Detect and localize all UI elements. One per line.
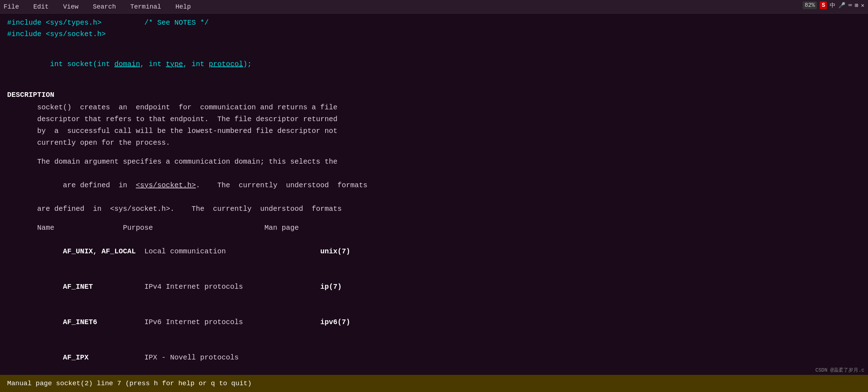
menu-search[interactable]: Search: [93, 3, 116, 10]
top-right-controls: 82% S 中 🎤 ⌨ ⊞ ✕: [803, 1, 864, 9]
description-header: DESCRIPTION: [7, 89, 861, 101]
protocol-param: protocol: [209, 60, 243, 68]
func-sig-text: int socket(int: [33, 60, 114, 68]
table-row-af-unix: AF_UNIX, AF_LOCAL Local communication un…: [7, 234, 861, 269]
func-sig-mid: , int: [140, 60, 166, 68]
table-row-af-inet6: AF_INET6 IPv6 Internet protocols ipv6(7): [7, 304, 861, 340]
cn-label: 中: [830, 2, 835, 9]
af-inet6-name: AF_INET6: [33, 318, 136, 326]
grid-icon[interactable]: ⊞: [855, 2, 858, 9]
af-inet-man: ip(7): [320, 283, 342, 291]
desc-line-4: currently open for the process.: [7, 137, 861, 149]
menu-view[interactable]: View: [63, 3, 78, 10]
domain-param: domain: [114, 60, 140, 68]
af-inet6-purpose: IPv6 Internet protocols: [136, 318, 320, 326]
status-bar: Manual page socket(2) line 7 (press h fo…: [0, 375, 868, 392]
terminal-window: File Edit View Search Terminal Help 82% …: [0, 0, 868, 392]
desc-line-7-pre: are defined in: [33, 181, 136, 189]
af-ipx-name: AF_IPX: [33, 353, 136, 362]
desc-line-8: are defined in <sys/socket.h>. The curre…: [7, 203, 861, 215]
af-unix-name: AF_UNIX, AF_LOCAL: [33, 247, 136, 255]
menu-bar: File Edit View Search Terminal Help 82% …: [0, 0, 868, 14]
table-header-row: Name Purpose Man page: [7, 222, 861, 234]
menu-file[interactable]: File: [4, 3, 19, 10]
function-signature: int socket(int domain, int type, int pro…: [7, 47, 861, 81]
func-sig-end: );: [243, 60, 252, 68]
input-method-badge[interactable]: S: [820, 1, 827, 9]
af-inet6-man: ipv6(7): [320, 318, 350, 326]
func-sig-mid2: , int: [183, 60, 209, 68]
keyboard-icon[interactable]: ⌨: [848, 2, 852, 9]
include-line-1: #include <sys/types.h> /* See NOTES */: [7, 17, 861, 29]
af-unix-man: unix(7): [320, 247, 350, 255]
af-unix-purpose: Local communication: [136, 247, 320, 255]
menu-help[interactable]: Help: [175, 3, 191, 10]
sys-socket-link[interactable]: <sys/socket.h>: [136, 181, 196, 189]
table-row-af-inet: AF_INET IPv4 Internet protocols ip(7): [7, 269, 861, 304]
table-row-af-ipx: AF_IPX IPX - Novell protocols: [7, 340, 861, 375]
menu-edit[interactable]: Edit: [33, 3, 49, 10]
desc-line-1: socket() creates an endpoint for communi…: [7, 101, 861, 113]
status-text: Manual page socket(2) line 7 (press h fo…: [7, 379, 252, 387]
watermark: CSDN @温柔了岁月.c: [815, 367, 864, 373]
desc-line-7: are defined in <sys/socket.h>. The curre…: [7, 168, 861, 203]
type-param: type: [166, 60, 183, 68]
man-page-content: #include <sys/types.h> /* See NOTES */ #…: [0, 14, 868, 375]
menu-terminal[interactable]: Terminal: [130, 3, 161, 10]
mic-icon[interactable]: 🎤: [838, 2, 845, 9]
close-icon[interactable]: ✕: [861, 2, 864, 9]
battery-percentage: 82%: [803, 1, 817, 9]
include-line-2: #include <sys/socket.h>: [7, 29, 861, 40]
desc-line-6: The domain argument specifies a communic…: [7, 156, 861, 168]
af-inet-name: AF_INET: [33, 283, 136, 291]
af-ipx-purpose: IPX - Novell protocols: [136, 353, 239, 362]
af-inet-purpose: IPv4 Internet protocols: [136, 283, 320, 291]
desc-line-2: descriptor that refers to that endpoint.…: [7, 113, 861, 125]
desc-line-3: by a successful call will be the lowest-…: [7, 125, 861, 137]
desc-line-7-post: . The currently understood formats: [196, 181, 367, 189]
